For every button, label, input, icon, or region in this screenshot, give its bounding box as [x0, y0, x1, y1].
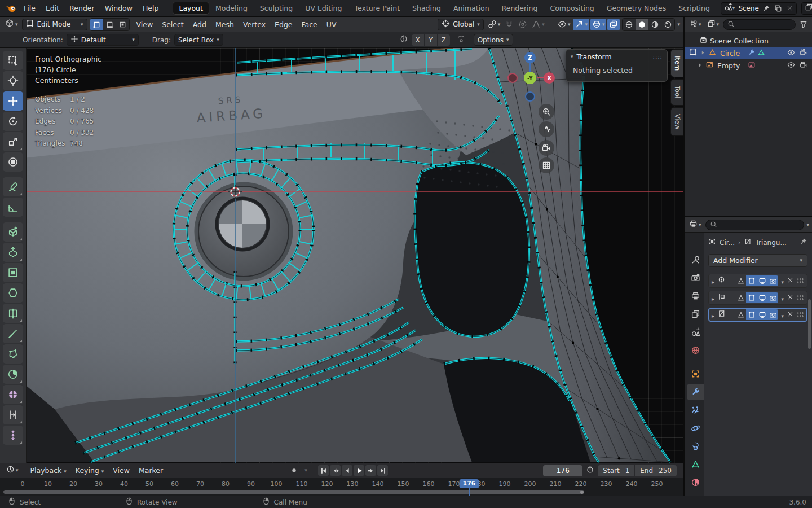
tool-poly-build[interactable]	[3, 344, 23, 364]
realtime-icon[interactable]	[757, 309, 767, 320]
record-button[interactable]	[289, 465, 299, 476]
editmode-toggle-icon[interactable]	[746, 275, 757, 286]
workspace-tab-shading[interactable]: Shading	[406, 2, 447, 15]
workspace-tab-rendering[interactable]: Rendering	[496, 2, 544, 15]
outliner-row-scene-collection[interactable]: Scene Collection	[685, 34, 812, 47]
eye-icon[interactable]	[787, 49, 795, 58]
breadcrumb-object[interactable]: Cir...	[720, 239, 735, 247]
tool-edge-slide[interactable]	[3, 405, 23, 424]
breadcrumb-modifier[interactable]: Triangu...	[755, 239, 786, 247]
workspace-tab-geometry-nodes[interactable]: Geometry Nodes	[601, 2, 672, 15]
transport-jump-end[interactable]	[377, 465, 388, 476]
tool-select-box[interactable]	[3, 51, 23, 70]
prop-circle-icon[interactable]	[517, 19, 529, 30]
shade-render-icon[interactable]	[661, 19, 674, 30]
editor-type-button[interactable]: ▾	[3, 19, 20, 30]
modifier-grip-icon[interactable]	[797, 312, 804, 318]
modifier-extras-chevron[interactable]: ▾	[781, 309, 784, 320]
modifier-close-icon[interactable]	[787, 275, 794, 286]
magnet-icon[interactable]	[503, 19, 515, 30]
properties-tab-physics[interactable]	[687, 420, 704, 436]
tool-inset[interactable]	[3, 263, 23, 282]
cage-icon[interactable]	[735, 292, 746, 303]
navigation-gizmo[interactable]: Z -Y X	[504, 48, 560, 106]
properties-options-chevron[interactable]: ▾	[806, 222, 809, 227]
modifier-row-triangulate[interactable]: ▸▾	[708, 308, 807, 322]
falloff-icon[interactable]: ▾	[530, 19, 546, 30]
view-layer-icon[interactable]: ▾	[804, 2, 812, 14]
workspace-tab-layout[interactable]: Layout	[173, 2, 209, 15]
tool-bevel[interactable]	[3, 283, 23, 303]
transport-jump-start[interactable]	[318, 465, 329, 476]
workspace-tab-uv-editing[interactable]: UV Editing	[299, 2, 348, 15]
render-toggle-icon[interactable]	[767, 275, 778, 286]
transport-frame-prev[interactable]	[342, 465, 352, 476]
timeline-menu-marker[interactable]: Marker	[134, 465, 167, 476]
properties-tab-modifiers[interactable]	[687, 384, 704, 400]
tool-add-cube[interactable]	[3, 222, 23, 242]
shade-solid-icon[interactable]	[636, 19, 648, 30]
gizmo-axis-z-neg[interactable]	[525, 91, 535, 102]
eye-icon[interactable]	[787, 61, 795, 71]
cage-icon[interactable]	[735, 309, 746, 320]
scene-name[interactable]: Scene	[738, 5, 759, 12]
hand-icon[interactable]	[539, 121, 554, 137]
timeline-scrollbar[interactable]	[3, 490, 584, 494]
menu-file[interactable]: File	[19, 2, 41, 14]
scene-selector[interactable]: ▾ Scene	[721, 2, 797, 15]
transport-key-prev[interactable]	[330, 465, 341, 476]
object-name[interactable]: Empty	[717, 62, 740, 70]
tool-rotate[interactable]	[3, 112, 23, 131]
grid-ortho-icon[interactable]	[539, 157, 554, 173]
tool-smooth[interactable]	[3, 385, 23, 404]
timeline-menu-keying[interactable]: Keying ▾	[71, 465, 109, 476]
timeline-menu-playback[interactable]: Playback ▾	[26, 465, 71, 476]
modifier-row-mirror[interactable]: ▸▾	[708, 274, 807, 288]
frame-start-field[interactable]: Start 1	[598, 465, 634, 476]
menu-render[interactable]: Render	[64, 2, 100, 14]
expand-chevron-icon[interactable]: ▸	[712, 292, 714, 303]
tool-move[interactable]	[3, 91, 23, 111]
mirror-axis-x[interactable]: X	[412, 34, 424, 46]
copy-icon[interactable]	[774, 4, 783, 13]
shade-wire-icon[interactable]	[623, 19, 636, 30]
camera-view-icon[interactable]	[539, 140, 554, 156]
sidebar-tab-item[interactable]: Item	[670, 49, 683, 77]
shading-dropdown-chevron[interactable]: ▾	[677, 22, 680, 27]
viewport-canvas[interactable]: SRS AIRBAG	[0, 48, 683, 463]
disclosure-icon[interactable]	[700, 49, 706, 58]
tool-knife[interactable]	[3, 324, 23, 343]
expand-chevron-icon[interactable]: ▸	[712, 275, 714, 286]
panel-grip-icon[interactable]: ::::	[653, 54, 663, 60]
properties-tab-constraints[interactable]	[687, 438, 704, 454]
gizmo-axis-z[interactable]: Z	[524, 52, 536, 63]
workspace-tab-modeling[interactable]: Modeling	[209, 2, 254, 15]
outliner-display-mode-button[interactable]: ▾	[705, 19, 721, 30]
proportional-edit-icon[interactable]	[457, 34, 466, 45]
snap-link-icon[interactable]: ▾	[486, 19, 502, 30]
options-dropdown[interactable]: Options ▾	[474, 34, 513, 46]
properties-tab-object[interactable]	[687, 366, 704, 382]
face-mode-icon[interactable]	[116, 19, 129, 30]
properties-tab-material[interactable]	[687, 474, 704, 491]
eye-icon[interactable]: ▾	[556, 19, 572, 30]
camera-restrict-icon[interactable]	[800, 61, 807, 71]
workspace-tab-compositing[interactable]: Compositing	[544, 2, 600, 15]
properties-tab-object-data[interactable]	[687, 456, 704, 472]
camera-restrict-icon[interactable]	[800, 49, 807, 58]
outliner-row-empty[interactable]: Empty	[685, 59, 812, 72]
properties-tab-view-layer[interactable]	[687, 306, 704, 322]
properties-tab-scene[interactable]	[687, 324, 704, 340]
gizmo-axis-y[interactable]: -Y	[524, 72, 536, 84]
timeline-menu-view[interactable]: View	[108, 465, 134, 476]
viewport-menu-mesh[interactable]: Mesh	[211, 19, 239, 30]
menu-window[interactable]: Window	[100, 2, 138, 14]
filter-icon[interactable]	[798, 19, 809, 30]
tool-loop-cut[interactable]	[3, 304, 23, 323]
tool-spin[interactable]	[3, 365, 23, 384]
cage-icon[interactable]	[735, 275, 746, 286]
gizmo-nav-icon[interactable]: ▾	[573, 19, 589, 30]
workspace-tab-animation[interactable]: Animation	[447, 2, 496, 15]
properties-tab-world[interactable]	[687, 342, 704, 358]
tool-shrink-fatten[interactable]	[3, 426, 23, 445]
